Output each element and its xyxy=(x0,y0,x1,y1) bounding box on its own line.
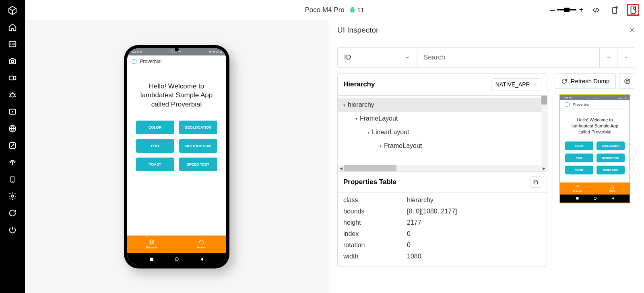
welcome-text: Hello! Welcome to lambdatest Sample App … xyxy=(134,82,220,110)
locator-type-select[interactable]: ID xyxy=(337,47,417,68)
hierarchy-label: Hierarchy xyxy=(343,80,375,88)
phone-frame: 7:25 AM⬚ ⬚ ⋯⊕ ◈ ▭ ⊿ Proverbial Hello! We… xyxy=(124,45,229,268)
search-input[interactable] xyxy=(417,47,600,68)
button-grid: COLOR GEOLOCATION TEXT NOTIFICATION TOAS… xyxy=(134,121,220,171)
tree-node[interactable]: ▾FrameLayout xyxy=(338,139,547,153)
globe-icon[interactable] xyxy=(8,124,17,133)
property-row: width1080 xyxy=(343,251,541,262)
property-row: rotation0 xyxy=(343,240,541,251)
svg-rect-13 xyxy=(150,258,153,261)
topbar: Poco M4 Pro 11 – + xyxy=(25,0,644,20)
chevron-down-icon xyxy=(532,82,537,87)
property-row: height2177 xyxy=(343,217,541,228)
power-icon[interactable] xyxy=(8,225,17,235)
tree-scrollbar-vertical[interactable] xyxy=(541,96,547,165)
back-icon[interactable] xyxy=(199,257,204,262)
speedtest-button[interactable]: SPEED TEST xyxy=(179,158,217,171)
device-signal-icon[interactable] xyxy=(609,4,621,16)
video-icon[interactable] xyxy=(8,73,17,83)
svg-point-18 xyxy=(594,197,596,200)
sidebar: APP xyxy=(0,0,25,293)
svg-rect-16 xyxy=(626,80,628,82)
tree-node[interactable]: ▾FrameLayout xyxy=(338,112,547,125)
hierarchy-tree: ▾hierarchy▾FrameLayout▾LinearLayout▾Fram… xyxy=(338,96,547,165)
geolocation-button[interactable]: GEOLOCATION xyxy=(179,121,217,134)
property-row: bounds[0, 0][1080, 2177] xyxy=(343,206,541,217)
svg-point-9 xyxy=(11,195,14,197)
svg-rect-3 xyxy=(9,76,14,80)
device-preview: 7:25 AM⬚ ⬚ ⋯⊕ ◈ ▭ ⊿ Proverbial Hello! We… xyxy=(25,20,328,293)
svg-rect-17 xyxy=(576,197,578,200)
copy-button[interactable] xyxy=(530,176,541,188)
svg-point-4 xyxy=(10,93,14,97)
android-badge: 11 xyxy=(349,6,364,13)
zoom-control[interactable]: – + xyxy=(550,5,584,15)
refresh-dump-button[interactable]: Refresh Dump xyxy=(555,73,616,89)
logo-icon[interactable] xyxy=(8,6,17,15)
recent-icon[interactable] xyxy=(149,257,154,262)
home-sys-icon[interactable] xyxy=(174,257,179,262)
properties-label: Properties Table xyxy=(343,178,396,186)
text-button[interactable]: TEXT xyxy=(136,139,174,153)
svg-text:APP: APP xyxy=(10,43,15,46)
device-icon[interactable] xyxy=(8,174,17,184)
property-row: index0 xyxy=(343,228,541,240)
properties-table: classhierarchybounds[0, 0][1080, 2177]he… xyxy=(337,193,547,266)
app-icon[interactable]: APP xyxy=(8,39,17,49)
camera-icon[interactable] xyxy=(8,56,17,66)
rotate-icon[interactable] xyxy=(8,208,17,218)
tree-scrollbar-horizontal[interactable]: ◀▶ xyxy=(338,165,547,171)
app-header: Proverbial xyxy=(127,55,226,68)
toast-button[interactable]: TOAST xyxy=(136,158,174,171)
svg-rect-10 xyxy=(613,7,617,13)
play-icon[interactable] xyxy=(8,107,17,117)
devtools-icon[interactable] xyxy=(590,4,602,16)
tree-node[interactable]: ▾LinearLayout xyxy=(338,125,547,139)
tree-node[interactable]: ▾hierarchy xyxy=(338,98,547,112)
bug-icon[interactable] xyxy=(8,90,17,100)
home-icon[interactable] xyxy=(8,23,17,32)
device-name: Poco M4 Pro xyxy=(305,6,345,14)
network-icon[interactable] xyxy=(8,158,17,167)
svg-point-2 xyxy=(11,60,14,63)
gear-icon[interactable] xyxy=(8,191,17,201)
system-nav xyxy=(127,253,226,265)
property-row: classhierarchy xyxy=(343,195,541,206)
nav-browser[interactable]: Browser xyxy=(127,236,177,253)
inspector-panel: UI Inspector ✕ ID xyxy=(328,20,644,293)
svg-rect-15 xyxy=(535,181,538,184)
close-icon[interactable]: ✕ xyxy=(629,26,635,35)
inspector-screenshot[interactable]: 7:25 AM⬚ ⋯◈ ▭ ⊿ Proverbial Hello! Welcom… xyxy=(559,94,630,203)
search-next[interactable] xyxy=(617,47,635,68)
location-icon[interactable] xyxy=(8,141,17,150)
chevron-down-icon xyxy=(405,55,410,60)
context-select[interactable]: NATIVE_APP xyxy=(491,78,541,90)
nav-home[interactable]: Home xyxy=(177,236,226,253)
refresh-screenshot-button[interactable] xyxy=(619,73,635,89)
inspector-title: UI Inspector xyxy=(337,26,378,35)
svg-point-14 xyxy=(175,258,178,261)
bottom-nav: Browser Home xyxy=(127,236,226,253)
ui-inspector-button[interactable] xyxy=(627,4,639,16)
notification-button[interactable]: NOTIFICATION xyxy=(179,139,217,153)
search-prev[interactable] xyxy=(600,47,617,68)
color-button[interactable]: COLOR xyxy=(136,121,174,134)
